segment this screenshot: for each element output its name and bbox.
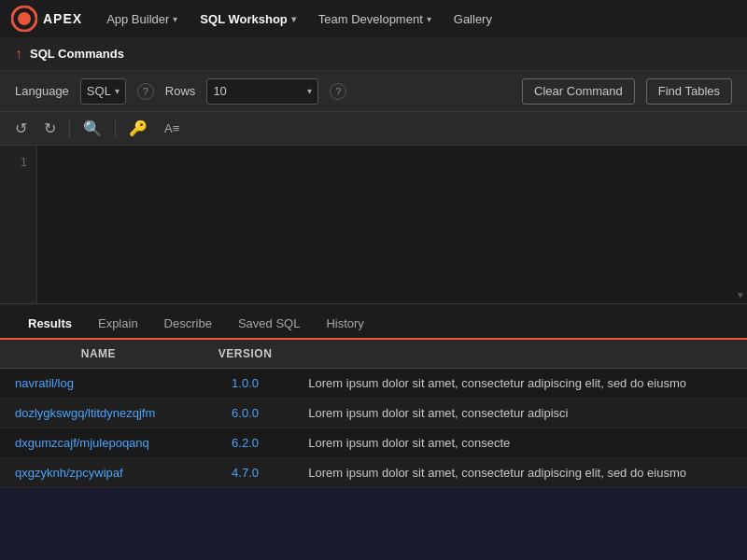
breadcrumb: ↑ SQL Commands — [0, 37, 747, 71]
rows-help-icon[interactable]: ? — [330, 83, 346, 100]
table-row: dxgumzcajf/mjulepoqanq6.2.0Lorem ipsum d… — [0, 428, 747, 458]
chevron-down-icon: ▾ — [427, 14, 431, 24]
top-navigation: APEX App Builder ▾ SQL Workshop ▾ Team D… — [0, 0, 747, 37]
tab-saved-sql[interactable]: Saved SQL — [225, 309, 314, 340]
cell-name[interactable]: dxgumzcajf/mjulepoqanq — [0, 428, 197, 458]
line-number: 1 — [9, 153, 27, 173]
code-area[interactable] — [37, 146, 747, 303]
tab-results[interactable]: Results — [15, 309, 85, 340]
cell-desc: Lorem ipsum dolor sit amet, consecte — [293, 428, 747, 458]
cell-name[interactable]: navratil/log — [0, 369, 197, 399]
key-icon[interactable]: 🔑 — [125, 118, 151, 139]
nav-gallery[interactable]: Gallery — [444, 8, 501, 30]
clear-command-button[interactable]: Clear Command — [522, 78, 635, 105]
line-numbers: 1 — [0, 146, 37, 303]
table-header-row: NAME VERSION — [0, 340, 747, 369]
tab-explain[interactable]: Explain — [85, 309, 151, 340]
redo-icon[interactable]: ↻ — [40, 118, 60, 139]
find-tables-button[interactable]: Find Tables — [646, 78, 732, 105]
results-area: NAME VERSION navratil/log1.0.0Lorem ipsu… — [0, 340, 747, 488]
chevron-down-icon: ▾ — [173, 14, 177, 24]
table-row: qxgzyknh/zpcywipaf4.7.0Lorem ipsum dolor… — [0, 458, 747, 488]
separator — [69, 119, 70, 138]
cell-version: 4.7.0 — [197, 458, 294, 488]
cell-desc: Lorem ipsum dolor sit amet, consectetur … — [293, 369, 747, 399]
cell-desc: Lorem ipsum dolor sit amet, consectetur … — [293, 399, 747, 428]
nav-team-development[interactable]: Team Development ▾ — [309, 8, 441, 30]
results-table: NAME VERSION navratil/log1.0.0Lorem ipsu… — [0, 340, 747, 488]
breadcrumb-icon: ↑ — [15, 46, 22, 63]
cell-version: 1.0.0 — [197, 369, 294, 399]
format-icon[interactable]: A≡ — [161, 119, 183, 137]
editor-toolbar: Language SQL ▾ ? Rows 10 ▾ ? Clear Comma… — [0, 71, 747, 112]
result-tabs: Results Explain Describe Saved SQL Histo… — [0, 304, 747, 340]
chevron-down-icon: ▾ — [307, 86, 312, 96]
table-row: navratil/log1.0.0Lorem ipsum dolor sit a… — [0, 369, 747, 399]
col-version: VERSION — [197, 340, 294, 369]
scroll-indicator: ▾ — [734, 287, 747, 303]
rows-select[interactable]: 10 ▾ — [206, 78, 318, 105]
cell-name[interactable]: dozlygkswgq/ltitdynezqjfm — [0, 399, 197, 428]
chevron-down-icon: ▾ — [115, 86, 120, 96]
language-select[interactable]: SQL ▾ — [80, 78, 126, 105]
tab-describe[interactable]: Describe — [151, 309, 225, 340]
tab-history[interactable]: History — [313, 309, 376, 340]
table-row: dozlygkswgq/ltitdynezqjfm6.0.0Lorem ipsu… — [0, 399, 747, 428]
col-name: NAME — [0, 340, 197, 369]
undo-icon[interactable]: ↺ — [11, 118, 31, 139]
cell-version: 6.2.0 — [197, 428, 294, 458]
nav-sql-workshop[interactable]: SQL Workshop ▾ — [190, 8, 304, 30]
cell-desc: Lorem ipsum dolor sit amet, consectetur … — [293, 458, 747, 488]
apex-logo[interactable]: APEX — [11, 6, 82, 32]
separator — [115, 119, 116, 138]
cell-version: 6.0.0 — [197, 399, 294, 428]
chevron-down-icon: ▾ — [291, 14, 296, 24]
language-help-icon[interactable]: ? — [137, 83, 154, 100]
code-editor-toolbar: ↺ ↻ 🔍 🔑 A≡ — [0, 112, 747, 146]
search-icon[interactable]: 🔍 — [79, 118, 106, 139]
cell-name[interactable]: qxgzyknh/zpcywipaf — [0, 458, 197, 488]
breadcrumb-text: SQL Commands — [30, 47, 124, 61]
svg-point-1 — [18, 12, 31, 25]
apex-logo-text: APEX — [43, 11, 82, 26]
language-label: Language — [15, 84, 69, 98]
nav-app-builder[interactable]: App Builder ▾ — [97, 8, 187, 30]
rows-label: Rows — [165, 84, 196, 98]
code-editor[interactable]: 1 ▾ — [0, 146, 747, 304]
col-desc — [293, 340, 747, 369]
